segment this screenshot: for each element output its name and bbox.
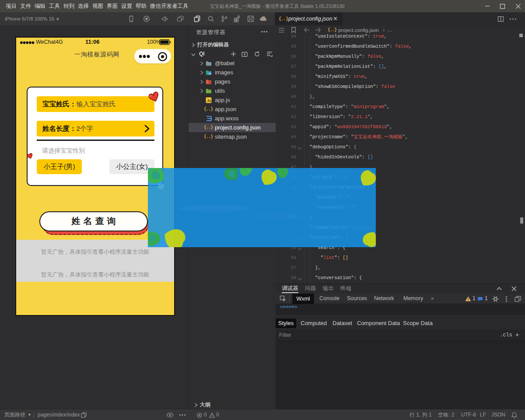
svg-text:Js: Js	[207, 98, 211, 103]
